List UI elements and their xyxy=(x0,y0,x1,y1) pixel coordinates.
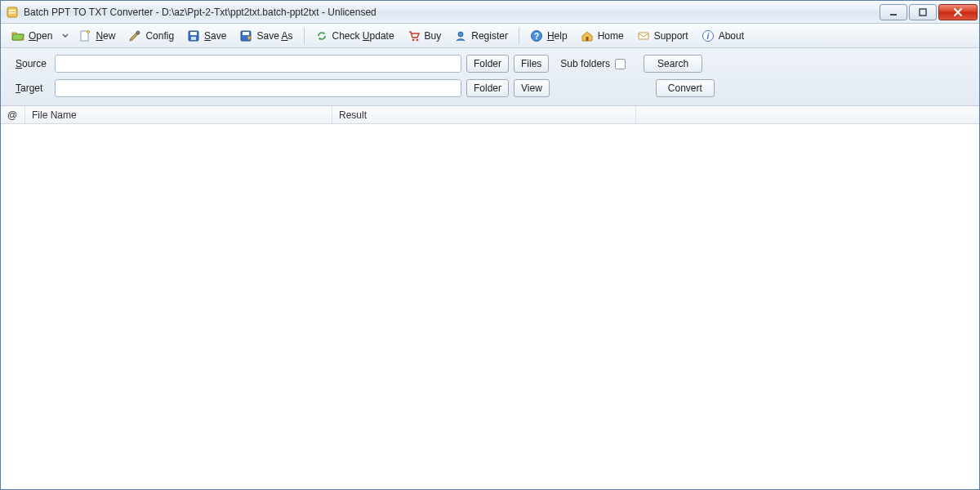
open-dropdown[interactable] xyxy=(60,26,71,46)
svg-rect-3 xyxy=(890,14,897,16)
source-input[interactable] xyxy=(55,55,461,73)
new-label: New xyxy=(96,30,115,42)
toolbar-separator xyxy=(304,28,305,44)
target-row: Target Folder View Convert xyxy=(16,78,964,99)
help-icon: ? xyxy=(530,29,543,42)
register-icon xyxy=(454,29,467,42)
config-button[interactable]: Config xyxy=(122,26,180,46)
toolbar: Open New Config Save Save As Check Updat… xyxy=(1,24,979,48)
new-file-icon xyxy=(78,29,91,42)
register-button[interactable]: Register xyxy=(448,26,514,46)
source-folder-button[interactable]: Folder xyxy=(466,55,509,73)
buy-button[interactable]: Buy xyxy=(402,26,448,46)
column-header-result[interactable]: Result xyxy=(332,106,636,123)
svg-point-6 xyxy=(136,31,140,34)
minimize-button[interactable] xyxy=(880,4,907,20)
svg-text:i: i xyxy=(706,32,709,41)
subfolders-label: Sub folders xyxy=(560,58,610,69)
window-controls xyxy=(880,4,978,20)
window-title: Batch PPT TO TXT Converter - D:\az\Ppt-2… xyxy=(24,7,376,18)
source-row: Source Folder Files Sub folders Search xyxy=(16,53,964,74)
save-as-icon xyxy=(239,29,252,42)
help-label: Help xyxy=(547,30,568,42)
new-button[interactable]: New xyxy=(73,26,121,46)
convert-button[interactable]: Convert xyxy=(656,79,715,97)
table-body[interactable] xyxy=(1,124,979,489)
refresh-icon xyxy=(315,29,328,42)
close-button[interactable] xyxy=(938,4,978,20)
app-icon xyxy=(6,6,19,19)
support-icon xyxy=(637,29,650,42)
target-label: Target xyxy=(16,82,50,94)
svg-point-14 xyxy=(458,32,463,37)
home-icon xyxy=(581,29,594,42)
check-update-button[interactable]: Check Update xyxy=(310,26,400,46)
column-header-filename[interactable]: File Name xyxy=(25,106,332,123)
support-label: Support xyxy=(654,30,688,42)
info-icon: i xyxy=(702,29,715,42)
svg-rect-11 xyxy=(243,32,249,35)
open-label: Open xyxy=(29,30,52,42)
svg-rect-4 xyxy=(920,9,926,16)
home-button[interactable]: Home xyxy=(575,26,630,46)
save-button[interactable]: Save xyxy=(181,26,232,46)
save-as-label: Save As xyxy=(256,30,292,42)
config-icon xyxy=(128,29,141,42)
folder-open-icon xyxy=(11,29,24,42)
target-folder-button[interactable]: Folder xyxy=(466,79,509,97)
target-input[interactable] xyxy=(55,79,461,97)
search-button[interactable]: Search xyxy=(644,55,702,73)
support-button[interactable]: Support xyxy=(631,26,694,46)
svg-text:?: ? xyxy=(534,32,539,41)
about-button[interactable]: i About xyxy=(696,26,750,46)
buy-label: Buy xyxy=(425,30,442,42)
chevron-down-icon xyxy=(62,33,69,39)
table-header: @ File Name Result xyxy=(1,106,979,124)
source-files-button[interactable]: Files xyxy=(514,55,549,73)
column-header-at[interactable]: @ xyxy=(1,106,25,123)
titlebar: Batch PPT TO TXT Converter - D:\az\Ppt-2… xyxy=(1,1,979,24)
subfolders-checkbox[interactable] xyxy=(615,59,626,69)
results-table: @ File Name Result xyxy=(1,106,979,489)
io-panel: Source Folder Files Sub folders Search T… xyxy=(1,48,979,106)
subfolders-option: Sub folders xyxy=(560,58,626,69)
save-icon xyxy=(187,29,200,42)
target-view-button[interactable]: View xyxy=(514,79,550,97)
svg-rect-17 xyxy=(586,37,588,41)
source-label: Source xyxy=(16,58,50,69)
maximize-button[interactable] xyxy=(909,4,937,20)
svg-rect-1 xyxy=(9,10,16,11)
register-label: Register xyxy=(471,30,508,42)
svg-point-12 xyxy=(412,38,414,41)
svg-rect-9 xyxy=(191,37,196,40)
cart-icon xyxy=(408,29,421,42)
help-button[interactable]: ? Help xyxy=(524,26,573,46)
svg-rect-18 xyxy=(639,33,648,39)
svg-point-13 xyxy=(416,38,418,41)
config-label: Config xyxy=(145,30,174,42)
svg-rect-8 xyxy=(190,32,197,35)
open-button[interactable]: Open xyxy=(6,26,58,46)
column-header-spacer xyxy=(636,106,979,123)
save-label: Save xyxy=(204,30,226,42)
home-label: Home xyxy=(598,30,624,42)
check-update-label: Check Update xyxy=(332,30,394,42)
toolbar-separator xyxy=(519,28,519,44)
svg-rect-2 xyxy=(9,12,16,14)
about-label: About xyxy=(719,30,744,42)
save-as-button[interactable]: Save As xyxy=(234,26,298,46)
